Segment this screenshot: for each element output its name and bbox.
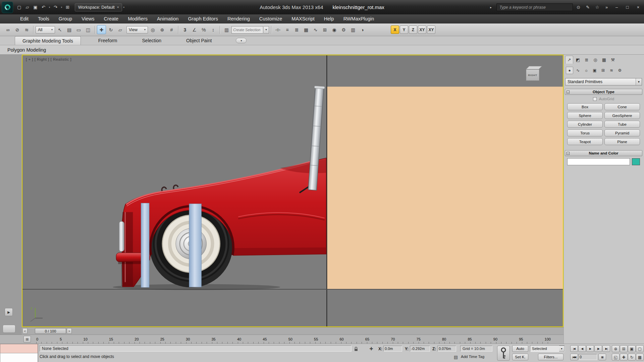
angle-snap-icon[interactable]: ∠	[190, 25, 199, 34]
maximize-viewport-toggle-icon[interactable]: ▩	[636, 354, 644, 361]
maximize-icon[interactable]: □	[623, 3, 632, 11]
zoom-all-icon[interactable]: ⊞	[620, 345, 628, 352]
torus-button[interactable]: Torus	[567, 129, 603, 136]
render-production-icon[interactable]: ◑	[358, 25, 367, 34]
communication-center-icon[interactable]: ✎	[584, 3, 592, 11]
menu-rwmaxplugin[interactable]: RWMaxPlugin	[339, 14, 379, 23]
save-file-icon[interactable]: ▣	[32, 3, 39, 11]
pan-icon[interactable]: ✚	[620, 354, 628, 361]
tab-graphite-modeling-tools[interactable]: Graphite Modeling Tools	[15, 36, 81, 45]
time-slider-prev-button[interactable]: <	[22, 328, 28, 334]
tab-hierarchy-icon[interactable]: ≣	[583, 56, 591, 64]
menu-graph-editors[interactable]: Graph Editors	[183, 14, 222, 23]
orbit-icon[interactable]: ↻	[628, 354, 636, 361]
named-selection-dropdown-icon[interactable]: ▾	[264, 26, 269, 34]
geosphere-button[interactable]: GeoSphere	[604, 112, 640, 119]
select-and-manipulate-icon[interactable]: ⊕	[158, 25, 167, 34]
bind-to-spacewarp-icon[interactable]: ≋	[22, 25, 31, 34]
open-file-icon[interactable]: ▱	[23, 3, 31, 11]
plane-object[interactable]	[327, 87, 563, 290]
search-icon[interactable]: ⊙	[575, 3, 582, 11]
menu-views[interactable]: Views	[77, 14, 99, 23]
viewcube-front-face[interactable]: RIGHT	[526, 69, 539, 81]
window-crossing-icon[interactable]: ◫	[84, 25, 93, 34]
polygon-modeling-panel[interactable]: Polygon Modeling	[7, 47, 46, 53]
time-tag-icon[interactable]: ▤	[452, 354, 460, 361]
menu-maxscript[interactable]: MAXScript	[287, 14, 319, 23]
schematic-view-icon[interactable]: ⊞	[320, 25, 329, 34]
named-selection-combo[interactable]	[231, 26, 263, 34]
viewport-scene[interactable]	[22, 55, 563, 326]
select-and-rotate-icon[interactable]: ↻	[106, 25, 115, 34]
object-type-rollout-header[interactable]: – Object Type	[565, 89, 642, 95]
category-cameras-icon[interactable]: ▣	[591, 67, 598, 74]
listener-script-row[interactable]	[0, 353, 38, 362]
open-mini-trackbar-icon[interactable]: ⊞	[23, 336, 31, 343]
restrict-xy-button[interactable]: XY	[418, 25, 426, 34]
set-keys-button[interactable]	[497, 346, 510, 361]
stand-object-1[interactable]	[141, 203, 149, 288]
category-helpers-icon[interactable]: ⊞	[599, 67, 607, 74]
spinner-snap-icon[interactable]: ↕	[209, 25, 218, 34]
tab-display-icon[interactable]: ▦	[600, 56, 608, 64]
tab-motion-icon[interactable]: ◎	[591, 56, 599, 64]
menu-edit[interactable]: Edit	[15, 14, 33, 23]
material-editor-icon[interactable]: ◉	[330, 25, 339, 34]
keyboard-override-icon[interactable]: #	[167, 25, 176, 34]
cylinder-button[interactable]: Cylinder	[567, 121, 603, 128]
key-mode-toggle-button[interactable]: |◀◀	[570, 354, 578, 360]
layer-manager-icon[interactable]: ≣	[292, 25, 301, 34]
snap-toggle-icon[interactable]: 3	[180, 25, 190, 34]
tab-selection[interactable]: Selection	[135, 36, 169, 45]
menu-modifiers[interactable]: Modifiers	[123, 14, 152, 23]
viewcube[interactable]: RIGHT	[524, 65, 542, 82]
category-geometry-icon[interactable]: ●	[566, 67, 573, 74]
play-button[interactable]: ▶	[586, 345, 594, 352]
close-icon[interactable]: ×	[634, 3, 643, 11]
undo-dropdown-icon[interactable]: ▾	[48, 3, 51, 11]
tab-freeform[interactable]: Freeform	[91, 36, 125, 45]
object-name-input[interactable]	[567, 158, 630, 165]
selection-lock-icon[interactable]	[352, 345, 360, 352]
menu-help[interactable]: Help	[319, 14, 339, 23]
tube-button[interactable]: Tube	[604, 121, 640, 128]
next-frame-button[interactable]: |▶	[594, 345, 602, 352]
use-pivot-center-icon[interactable]: ◎	[148, 25, 157, 34]
workspace-options-icon[interactable]: ▾	[122, 3, 126, 11]
select-and-move-icon[interactable]: ✚	[97, 25, 106, 34]
more-icon[interactable]: »	[603, 3, 610, 11]
chevron-down-icon[interactable]: ▾	[559, 346, 565, 352]
go-to-start-button[interactable]: |◀	[570, 345, 578, 352]
reference-coordinate-dropdown[interactable]: View ▾	[126, 26, 148, 34]
key-selection-dropdown[interactable]: Selected ▾	[530, 345, 565, 352]
object-color-swatch[interactable]	[632, 158, 640, 165]
set-key-button[interactable]: Set K.	[512, 354, 528, 360]
ribbon-options-dropdown-icon[interactable]: ▼	[236, 38, 247, 43]
percent-snap-icon[interactable]: %	[199, 25, 208, 34]
menu-create[interactable]: Create	[99, 14, 123, 23]
go-to-end-button[interactable]: ▶|	[602, 345, 610, 352]
restrict-y-button[interactable]: Y	[400, 25, 408, 34]
viewport-right[interactable]: [ + ] [ Right ] [ Realistic ] RIGHT z	[22, 55, 564, 327]
menu-tools[interactable]: Tools	[33, 14, 54, 23]
restrict-plane-flyout-button[interactable]: XY	[427, 25, 435, 34]
absolute-mode-icon[interactable]: ✚	[368, 345, 375, 352]
chevron-down-icon[interactable]: ▼	[636, 78, 642, 85]
category-lights-icon[interactable]: ☼	[583, 67, 590, 74]
layout-tabs-button[interactable]: ▶	[5, 308, 13, 316]
time-slider-handle[interactable]: 0 / 100	[35, 328, 66, 334]
box-button[interactable]: Box	[567, 103, 603, 110]
workspace-dropdown[interactable]: Workspace: Default ▾	[75, 3, 122, 11]
z-coordinate-field[interactable]	[437, 346, 456, 352]
tab-modify-icon[interactable]: ◩	[574, 56, 582, 64]
x-coordinate-field[interactable]	[383, 346, 402, 352]
select-by-name-icon[interactable]: ▤	[65, 25, 74, 34]
time-configuration-button[interactable]: ▦	[598, 354, 606, 360]
edit-named-selections-icon[interactable]: ▥	[222, 25, 231, 34]
menu-customize[interactable]: Customize	[255, 14, 287, 23]
plane-button[interactable]: Plane	[604, 138, 640, 145]
redo-dropdown-icon[interactable]: ▾	[60, 3, 63, 11]
tab-utilities-icon[interactable]: ⚒	[609, 56, 617, 64]
viewport-label[interactable]: [ + ] [ Right ] [ Realistic ]	[26, 57, 71, 61]
listener-macro-row[interactable]	[0, 344, 38, 353]
